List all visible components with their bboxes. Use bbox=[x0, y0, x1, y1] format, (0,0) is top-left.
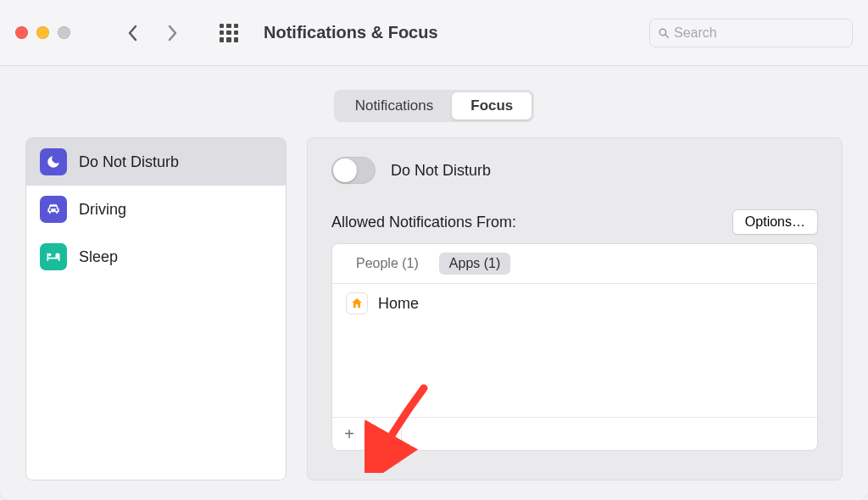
filter-chips: People (1) Apps (1) bbox=[332, 244, 817, 284]
svg-line-1 bbox=[665, 34, 668, 36]
focus-modes-sidebar: Do Not Disturb Driving Sleep bbox=[25, 137, 287, 481]
app-name: Home bbox=[378, 295, 419, 313]
add-button[interactable]: + bbox=[332, 421, 366, 447]
bed-icon bbox=[40, 243, 67, 270]
moon-icon bbox=[40, 148, 67, 175]
minimize-window-button[interactable] bbox=[36, 26, 49, 39]
car-icon bbox=[40, 196, 67, 223]
focus-detail-panel: Do Not Disturb Allowed Notifications Fro… bbox=[307, 137, 843, 481]
sidebar-item-label: Sleep bbox=[79, 248, 118, 266]
close-window-button[interactable] bbox=[15, 26, 28, 39]
sidebar-item-label: Do Not Disturb bbox=[79, 153, 179, 171]
list-footer: + − bbox=[332, 417, 817, 450]
allowed-heading: Allowed Notifications From: bbox=[331, 214, 516, 231]
tab-focus[interactable]: Focus bbox=[452, 92, 531, 119]
segmented-control: Notifications Focus bbox=[334, 90, 535, 122]
home-app-icon bbox=[346, 292, 368, 314]
remove-button[interactable]: − bbox=[367, 421, 401, 447]
page-title: Notifications & Focus bbox=[264, 23, 438, 42]
sidebar-item-do-not-disturb[interactable]: Do Not Disturb bbox=[26, 138, 286, 186]
filter-apps[interactable]: Apps (1) bbox=[439, 253, 510, 275]
system-preferences-window: Notifications & Focus Notifications Focu… bbox=[0, 0, 868, 500]
tabs-container: Notifications Focus bbox=[0, 66, 868, 127]
allowed-apps-list: Home bbox=[332, 284, 817, 417]
zoom-window-button[interactable] bbox=[58, 26, 70, 39]
sidebar-item-label: Driving bbox=[79, 201, 126, 219]
filter-people[interactable]: People (1) bbox=[346, 253, 429, 275]
show-all-preferences-button[interactable] bbox=[220, 24, 238, 42]
sidebar-item-sleep[interactable]: Sleep bbox=[26, 233, 286, 281]
search-input[interactable] bbox=[674, 25, 843, 41]
back-button[interactable] bbox=[121, 21, 145, 45]
do-not-disturb-toggle[interactable] bbox=[331, 157, 376, 184]
toggle-label: Do Not Disturb bbox=[391, 162, 491, 180]
list-item[interactable]: Home bbox=[332, 284, 817, 323]
search-icon bbox=[659, 26, 669, 40]
toolbar: Notifications & Focus bbox=[0, 0, 868, 66]
forward-button[interactable] bbox=[160, 21, 184, 45]
window-controls bbox=[15, 26, 70, 39]
search-field[interactable] bbox=[649, 19, 853, 47]
tab-notifications[interactable]: Notifications bbox=[337, 92, 453, 119]
allowed-list-panel: People (1) Apps (1) Home + − bbox=[331, 243, 818, 451]
chevron-right-icon bbox=[166, 25, 178, 42]
sidebar-item-driving[interactable]: Driving bbox=[26, 186, 286, 233]
options-button[interactable]: Options… bbox=[732, 209, 818, 235]
chevron-left-icon bbox=[127, 25, 139, 42]
